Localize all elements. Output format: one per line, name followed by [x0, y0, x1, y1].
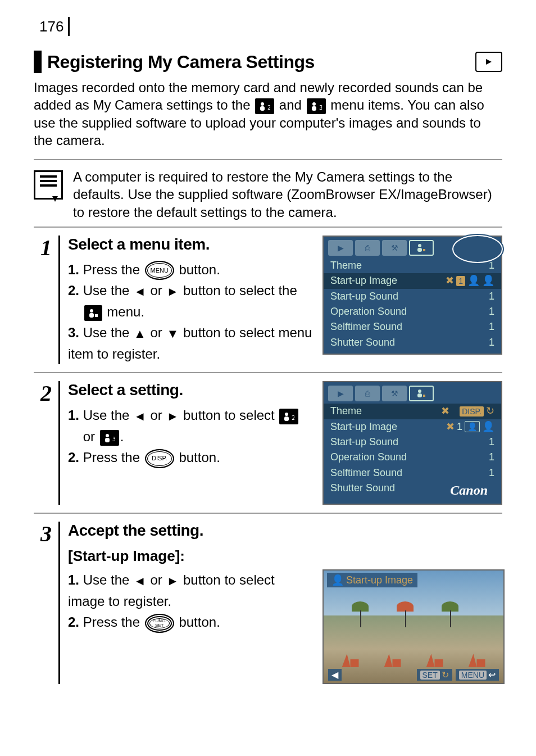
svg-rect-22	[417, 393, 422, 397]
cam-tab-play: ▶	[328, 240, 353, 256]
right-arrow-icon: ►	[167, 572, 179, 591]
svg-rect-8	[89, 313, 94, 318]
menu-button-icon: MENU	[145, 261, 174, 280]
svg-rect-23	[423, 395, 425, 397]
svg-text:2: 2	[267, 104, 270, 111]
my-camera-3-icon: 3	[100, 430, 119, 446]
step-3: 3 Accept the setting. [Start-up Image]: …	[34, 514, 502, 692]
camera-screenshot-3: 👤Start-up Image ◀ SET↻	[322, 569, 505, 684]
screenshot-set-hint: SET↻	[417, 669, 452, 681]
up-arrow-icon: ▲	[134, 324, 146, 343]
svg-point-1	[261, 102, 264, 106]
svg-rect-19	[105, 438, 110, 442]
right-arrow-icon: ►	[167, 282, 179, 301]
screenshot-title: 👤Start-up Image	[327, 573, 417, 587]
svg-text:3: 3	[112, 436, 115, 443]
step-instruction: 1. Use the ◄ or ► button to select 2 or …	[68, 405, 314, 447]
cam-tab-print: ⎙	[355, 240, 380, 256]
cam-tab-mycamera	[409, 386, 434, 401]
svg-rect-2	[260, 106, 265, 111]
my-camera-menu-icon	[84, 305, 102, 321]
intro-paragraph: Images recorded onto the memory card and…	[34, 79, 502, 149]
svg-text:3: 3	[319, 104, 322, 111]
step-2: 2 Select a setting. 1. Use the ◄ or ► bu…	[34, 373, 502, 514]
page-number: 176	[34, 17, 70, 36]
screenshot-left-nav: ◀	[328, 669, 342, 681]
svg-point-18	[106, 434, 109, 437]
left-arrow-icon: ◄	[134, 572, 146, 591]
svg-rect-11	[417, 248, 422, 252]
step-heading: Select a setting.	[68, 381, 314, 399]
note-box: A computer is required to restore the My…	[34, 165, 502, 228]
svg-marker-0	[486, 59, 492, 65]
my-camera-3-icon: 3	[307, 98, 326, 114]
cam-tab-tools: ⚒	[382, 240, 407, 256]
step-number: 1	[40, 237, 52, 259]
canon-logo: Canon	[450, 482, 494, 499]
left-arrow-icon: ◄	[134, 282, 146, 301]
my-camera-2-icon: 2	[255, 98, 274, 114]
svg-point-10	[418, 244, 421, 247]
playback-mode-icon	[475, 52, 502, 72]
step-instruction: 2. Press the DISP. button.	[68, 447, 314, 468]
cam-tab-tools: ⚒	[382, 386, 407, 401]
step-number: 2	[40, 382, 52, 405]
my-camera-2-icon: 2	[279, 409, 298, 424]
disp-button-icon: DISP.	[145, 449, 174, 468]
svg-rect-9	[95, 314, 98, 317]
step-instruction: 1. Use the ◄ or ► button to select image…	[68, 569, 314, 612]
step-heading: Select a menu item.	[68, 236, 314, 253]
down-arrow-icon: ▼	[167, 324, 179, 343]
func-set-button-icon: FUNC. SET	[145, 614, 174, 633]
step-instruction: 1. Press the MENU button.	[68, 259, 314, 280]
page-title: Registering My Camera Settings	[47, 52, 470, 73]
step-instruction: 3. Use the ▲ or ▼ button to select menu …	[68, 322, 314, 364]
svg-point-7	[90, 309, 93, 313]
svg-point-21	[418, 390, 421, 393]
screenshot-menu-hint: MENU↩	[456, 669, 499, 681]
camera-screenshot-2: ▶ ⎙ ⚒ Theme✖ DISP.↻ Start-up Image✖ 1 👤👤…	[322, 381, 502, 505]
camera-screenshot-1: ▶ ⎙ ⚒ Theme1 Start-up Image✖1👤👤 Start-up…	[322, 236, 502, 355]
title-accent-bar	[34, 51, 42, 73]
svg-point-4	[312, 102, 316, 106]
svg-point-15	[285, 413, 288, 416]
right-arrow-icon: ►	[167, 407, 179, 426]
step-sub-heading: [Start-up Image]:	[68, 547, 502, 565]
cam-tab-print: ⎙	[355, 386, 380, 401]
step-instruction: 2. Use the ◄ or ► button to select the m…	[68, 280, 314, 322]
svg-rect-5	[312, 106, 316, 111]
note-icon	[34, 170, 63, 200]
step-number: 3	[40, 523, 52, 545]
step-instruction: 2. Press the FUNC. SET button.	[68, 612, 314, 633]
left-arrow-icon: ◄	[134, 407, 146, 426]
svg-rect-12	[423, 249, 425, 251]
svg-rect-16	[284, 417, 289, 421]
cam-tab-play: ▶	[328, 386, 353, 401]
svg-text:2: 2	[292, 414, 294, 422]
step-heading: Accept the setting.	[68, 522, 502, 540]
note-text: A computer is required to restore the My…	[73, 168, 502, 221]
cam-tab-mycamera	[409, 240, 434, 256]
step-1: 1 Select a menu item. 1. Press the MENU …	[34, 228, 502, 373]
